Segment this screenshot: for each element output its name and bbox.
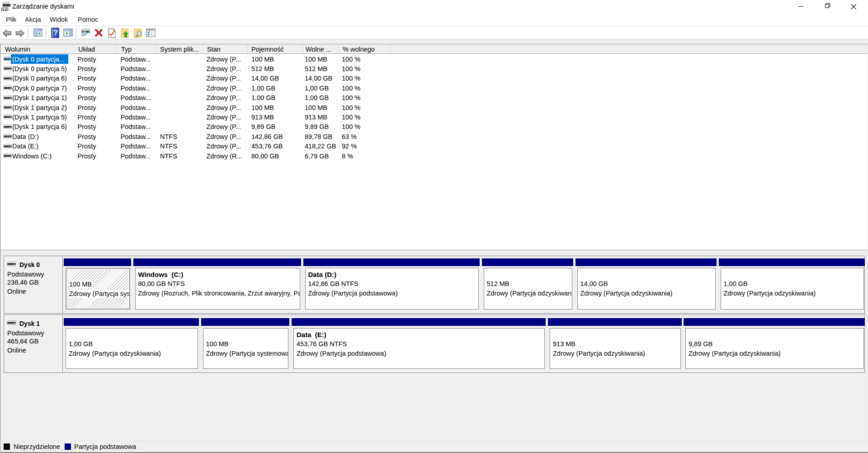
svg-text:?: ? [53, 29, 58, 37]
